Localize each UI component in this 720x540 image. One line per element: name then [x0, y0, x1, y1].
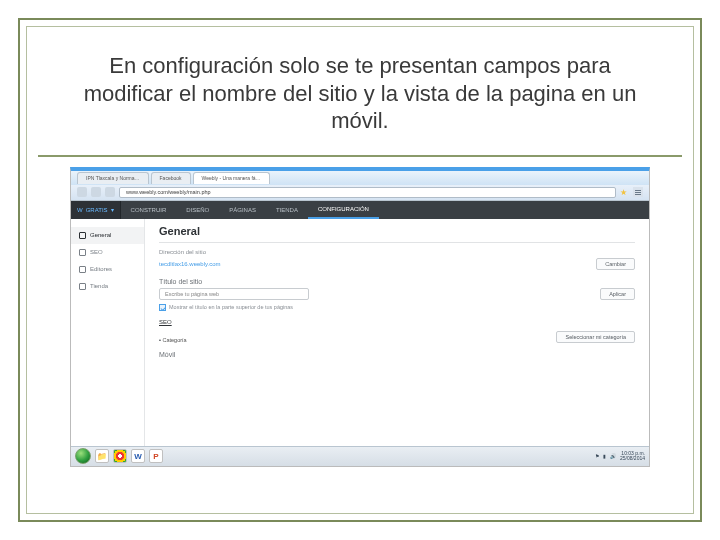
browser-addressbar: www.weebly.com/weebly/main.php ★ [71, 185, 649, 201]
sidebar-item-label: SEO [90, 249, 103, 255]
divider [159, 242, 635, 243]
apply-button[interactable]: Aplicar [600, 288, 635, 300]
search-icon [79, 249, 86, 256]
nav-paginas[interactable]: PÁGINAS [219, 201, 266, 219]
sidebar-item-label: Editores [90, 266, 112, 272]
tray-volume-icon[interactable]: 🔊 [610, 453, 616, 459]
select-category-button[interactable]: Seleccionar mi categoría [556, 331, 635, 343]
sidebar-item-general[interactable]: General [71, 227, 144, 244]
plan-label: GRATIS [86, 207, 108, 213]
browser-tab[interactable]: IPN Tlaxcala y Norma… [77, 172, 149, 184]
clock-date: 25/08/2014 [620, 456, 645, 462]
menu-icon[interactable] [633, 187, 643, 197]
site-title-value: Escribe tu página web [165, 291, 219, 297]
site-title-input[interactable]: Escribe tu página web [159, 288, 309, 300]
forward-button[interactable] [91, 187, 101, 197]
plan-badge[interactable]: W GRATIS ▾ [71, 201, 121, 219]
app-body: General SEO Editores Tienda General Dire… [71, 219, 649, 446]
explorer-icon[interactable]: 📁 [95, 449, 109, 463]
mobile-section-label: Móvil [159, 351, 635, 358]
nav-construir[interactable]: CONSTRUIR [121, 201, 177, 219]
site-title-label: Título del sitio [159, 278, 635, 285]
nav-tienda[interactable]: TIENDA [266, 201, 308, 219]
sidebar-item-editores[interactable]: Editores [71, 261, 144, 278]
cart-icon [79, 283, 86, 290]
system-tray: ⚑ ▮ 🔊 10:03 p.m. 25/08/2014 [595, 451, 645, 462]
tab-label: IPN Tlaxcala y Norma… [86, 175, 140, 181]
chevron-down-icon: ▾ [111, 206, 114, 213]
tray-flag-icon[interactable]: ⚑ [595, 453, 599, 459]
powerpoint-icon[interactable]: P [149, 449, 163, 463]
address-input[interactable]: www.weebly.com/weebly/main.php [119, 187, 616, 198]
sidebar-item-label: General [90, 232, 111, 238]
app-nav: CONSTRUIR DISEÑO PÁGINAS TIENDA CONFIGUR… [121, 201, 379, 219]
tray-network-icon[interactable]: ▮ [603, 453, 606, 459]
tab-label: Weebly - Una manera fá… [202, 175, 261, 181]
taskbar-clock[interactable]: 10:03 p.m. 25/08/2014 [620, 451, 645, 462]
weebly-logo-icon: W [77, 207, 83, 213]
site-address-value: tecdltlax16.weebly.com [159, 261, 221, 267]
back-button[interactable] [77, 187, 87, 197]
checkbox-icon[interactable] [159, 304, 166, 311]
address-text: www.weebly.com/weebly/main.php [126, 189, 211, 195]
change-address-button[interactable]: Cambiar [596, 258, 635, 270]
users-icon [79, 266, 86, 273]
app-topbar: W GRATIS ▾ CONSTRUIR DISEÑO PÁGINAS TIEN… [71, 201, 649, 219]
word-icon[interactable]: W [131, 449, 145, 463]
sidebar-item-tienda[interactable]: Tienda [71, 278, 144, 295]
checkbox-label: Mostrar el título en la parte superior d… [169, 304, 293, 310]
show-title-checkbox-row[interactable]: Mostrar el título en la parte superior d… [159, 304, 635, 311]
start-button[interactable] [75, 448, 91, 464]
chrome-icon[interactable] [113, 449, 127, 463]
seo-link[interactable]: SEO [159, 319, 172, 325]
category-label: Categoría [159, 337, 187, 343]
reload-button[interactable] [105, 187, 115, 197]
bookmark-icon[interactable]: ★ [620, 188, 629, 197]
settings-sidebar: General SEO Editores Tienda [71, 219, 145, 446]
browser-tab[interactable]: Facebook [151, 172, 191, 184]
site-address-label: Dirección del sitio [159, 249, 635, 255]
gear-icon [79, 232, 86, 239]
browser-tab[interactable]: Weebly - Una manera fá… [193, 172, 270, 184]
slide-heading: En configuración solo se te presentan ca… [38, 34, 682, 157]
sidebar-item-label: Tienda [90, 283, 108, 289]
embedded-screenshot: IPN Tlaxcala y Norma… Facebook Weebly - … [70, 167, 650, 467]
settings-content: General Dirección del sitio tecdltlax16.… [145, 219, 649, 446]
tab-label: Facebook [160, 175, 182, 181]
browser-tabbar: IPN Tlaxcala y Norma… Facebook Weebly - … [71, 171, 649, 185]
windows-taskbar: 📁 W P ⚑ ▮ 🔊 10:03 p.m. 25/08/2014 [71, 446, 649, 466]
nav-diseno[interactable]: DISEÑO [176, 201, 219, 219]
sidebar-item-seo[interactable]: SEO [71, 244, 144, 261]
page-title: General [159, 225, 635, 237]
nav-configuracion[interactable]: CONFIGURACIÓN [308, 201, 379, 219]
